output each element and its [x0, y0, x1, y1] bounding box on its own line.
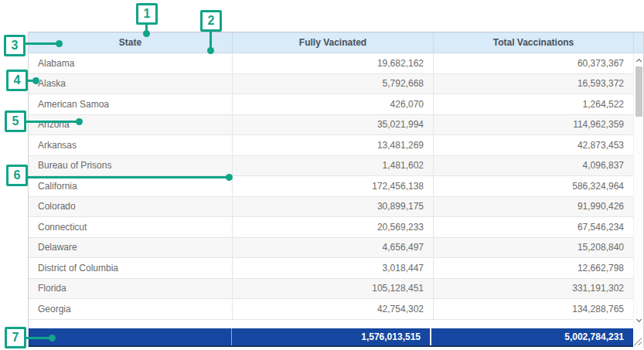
row-fully-vaccinated-cell: 172,456,138: [233, 176, 434, 196]
table-row[interactable]: Arkansas 13,481,269 42,873,453: [29, 135, 633, 156]
annotation-dot-5: [76, 118, 83, 125]
row-state-cell: American Samoa: [29, 94, 233, 114]
screen: State Fully Vacinated Total Vaccinations…: [0, 0, 644, 350]
vaccination-table: State Fully Vacinated Total Vaccinations…: [28, 32, 644, 348]
row-state-cell: Connecticut: [29, 217, 233, 237]
row-total-vaccinations-cell: 60,373,367: [434, 53, 633, 73]
row-fully-vaccinated-cell: 19,682,162: [233, 53, 434, 73]
annotation-stem-3: [24, 42, 60, 45]
annotation-callout-1: 1: [136, 3, 158, 25]
table-row[interactable]: California 172,456,138 586,324,964: [29, 176, 633, 197]
row-state-cell: California: [29, 176, 233, 196]
row-state-cell: Arkansas: [29, 135, 233, 155]
annotation-callout-4: 4: [6, 70, 28, 91]
column-header-total-vaccinations[interactable]: Total Vaccinations: [434, 32, 634, 53]
row-total-vaccinations-cell: 15,208,840: [434, 238, 633, 258]
chevron-up-icon: [636, 59, 642, 64]
annotation-dot-4: [32, 77, 39, 84]
row-total-vaccinations-cell: 91,990,426: [434, 197, 633, 217]
table-row[interactable]: Alabama 19,682,162 60,373,367: [29, 53, 633, 74]
row-total-vaccinations-cell: 12,662,798: [434, 258, 633, 278]
annotation-stem-6: [26, 176, 230, 178]
row-fully-vaccinated-cell: 13,481,269: [233, 135, 434, 155]
row-total-vaccinations-cell: 331,191,302: [434, 279, 633, 299]
chevron-down-icon: [636, 317, 642, 322]
table-row[interactable]: Arizona 35,021,994 114,962,359: [29, 115, 633, 136]
row-total-vaccinations-cell: 67,546,234: [434, 217, 633, 237]
row-state-cell: Georgia: [29, 299, 233, 319]
vertical-scrollbar[interactable]: [633, 53, 643, 328]
row-total-vaccinations-cell: 114,962,359: [434, 115, 633, 135]
column-header-filler: [634, 32, 643, 53]
row-total-vaccinations-cell: 1,264,522: [434, 94, 633, 114]
annotation-dot-6: [226, 174, 233, 181]
table-row[interactable]: Georgia 42,754,302 134,288,765: [29, 299, 633, 320]
table-row[interactable]: Delaware 4,656,497 15,208,840: [29, 238, 633, 259]
table-row[interactable]: Alaska 5,792,668 16,593,372: [29, 74, 633, 95]
table-summary-row: 1,576,013,515 5,002,784,231: [29, 328, 633, 347]
row-total-vaccinations-cell: 42,873,453: [434, 135, 633, 155]
annotation-callout-2: 2: [200, 10, 222, 32]
summary-state-cell: [29, 328, 232, 345]
row-fully-vaccinated-cell: 30,899,175: [233, 197, 434, 217]
row-state-cell: Arizona: [29, 115, 233, 135]
row-total-vaccinations-cell: 586,324,964: [434, 176, 633, 196]
scrollbar-thumb[interactable]: [635, 66, 642, 117]
row-fully-vaccinated-cell: 5,792,668: [233, 74, 434, 94]
table-body: Alabama 19,682,162 60,373,367 Alaska 5,7…: [29, 53, 643, 328]
summary-total-vaccinations-cell: 5,002,784,231: [431, 328, 633, 345]
annotation-callout-7: 7: [5, 327, 26, 348]
annotation-dot-2: [207, 47, 214, 54]
row-state-cell: Delaware: [29, 238, 233, 258]
table-row[interactable]: Colorado 30,899,175 91,990,426: [29, 197, 633, 218]
table-row[interactable]: District of Columbia 3,018,447 12,662,79…: [29, 258, 633, 279]
row-fully-vaccinated-cell: 20,569,233: [233, 217, 434, 237]
row-fully-vaccinated-cell: 42,754,302: [233, 299, 434, 319]
annotation-stem-2: [210, 31, 212, 49]
row-state-cell: Alaska: [29, 74, 233, 94]
summary-fully-vaccinated-cell: 1,576,013,515: [232, 328, 431, 345]
table-header-row: State Fully Vacinated Total Vaccinations: [29, 32, 643, 53]
row-state-cell: Bureau of Prisons: [29, 156, 233, 176]
annotation-callout-3: 3: [4, 35, 26, 56]
annotation-callout-5: 5: [5, 110, 26, 132]
row-state-cell: Florida: [29, 279, 233, 299]
annotation-callout-6: 6: [6, 165, 28, 186]
scrollbar-up-button[interactable]: [634, 55, 644, 66]
row-state-cell: District of Columbia: [29, 258, 233, 278]
row-total-vaccinations-cell: 16,593,372: [434, 74, 633, 94]
row-fully-vaccinated-cell: 3,018,447: [233, 258, 434, 278]
row-state-cell: Colorado: [29, 197, 233, 217]
table-row[interactable]: Bureau of Prisons 1,481,602 4,096,837: [29, 156, 633, 177]
annotation-dot-7: [49, 335, 56, 342]
scrollbar-down-button[interactable]: [634, 315, 644, 326]
table-row[interactable]: Connecticut 20,569,233 67,546,234: [29, 217, 633, 238]
annotation-stem-5: [25, 121, 80, 123]
resize-grip-icon[interactable]: [634, 338, 642, 345]
annotation-dot-1: [143, 30, 150, 37]
row-fully-vaccinated-cell: 4,656,497: [233, 238, 434, 258]
annotation-dot-3: [56, 40, 63, 47]
row-fully-vaccinated-cell: 1,481,602: [233, 156, 434, 176]
row-fully-vaccinated-cell: 426,070: [233, 94, 434, 114]
row-total-vaccinations-cell: 134,288,765: [434, 299, 633, 319]
row-fully-vaccinated-cell: 105,128,451: [233, 279, 434, 299]
row-fully-vaccinated-cell: 35,021,994: [233, 115, 434, 135]
column-header-fully-vaccinated[interactable]: Fully Vacinated: [233, 32, 434, 53]
row-total-vaccinations-cell: 4,096,837: [434, 156, 633, 176]
table-rows: Alabama 19,682,162 60,373,367 Alaska 5,7…: [29, 53, 633, 320]
table-row[interactable]: Florida 105,128,451 331,191,302: [29, 279, 633, 300]
table-row[interactable]: American Samoa 426,070 1,264,522: [29, 94, 633, 115]
row-state-cell: Alabama: [29, 53, 233, 73]
